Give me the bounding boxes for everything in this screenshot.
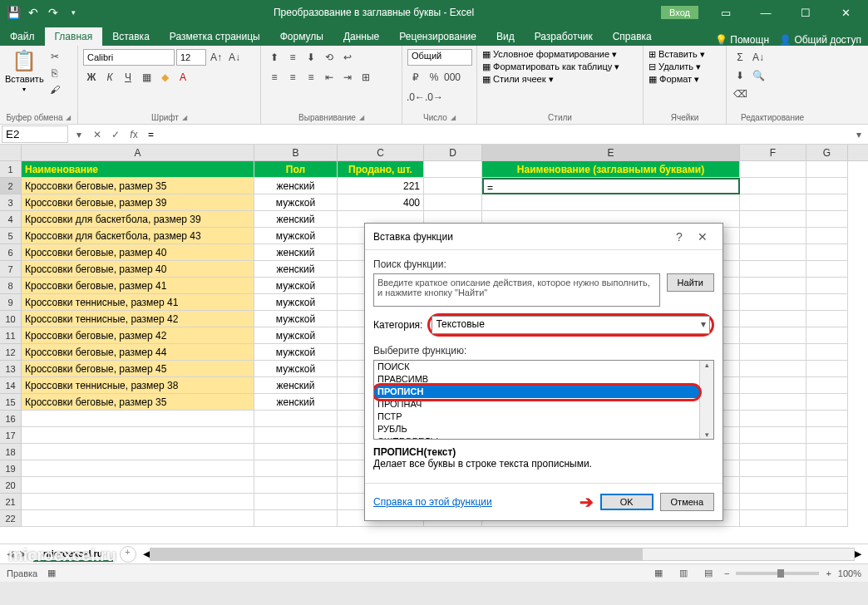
cell-B14[interactable]: женский <box>254 377 338 394</box>
cell-G11[interactable] <box>806 327 848 344</box>
cell-D1[interactable] <box>424 161 482 178</box>
cell-G1[interactable] <box>806 161 848 178</box>
cell-A22[interactable] <box>22 510 254 527</box>
row-header[interactable]: 20 <box>0 477 22 494</box>
search-input[interactable]: Введите краткое описание действия, котор… <box>373 273 660 307</box>
cell-F19[interactable] <box>740 460 806 477</box>
hscroll-left-icon[interactable]: ◀ <box>143 548 150 559</box>
cell-F9[interactable] <box>740 294 806 311</box>
cell-F12[interactable] <box>740 344 806 361</box>
minimize-icon[interactable]: — <box>747 0 785 25</box>
row-header[interactable]: 2 <box>0 178 22 194</box>
cell-G10[interactable] <box>806 311 848 327</box>
cell-F3[interactable] <box>740 194 806 211</box>
cancel-formula-icon[interactable]: ✕ <box>88 129 106 140</box>
bold-icon[interactable]: Ж <box>83 69 100 86</box>
qat-more-icon[interactable]: ▾ <box>67 6 80 19</box>
cell-B22[interactable] <box>254 510 338 527</box>
tab-developer[interactable]: Разработчик <box>525 27 603 46</box>
row-header[interactable]: 7 <box>0 261 22 278</box>
italic-icon[interactable]: К <box>101 69 118 86</box>
cell-A13[interactable]: Кроссовки беговые, размер 45 <box>22 361 254 377</box>
save-icon[interactable]: 💾 <box>7 6 20 19</box>
cell-A5[interactable]: Кроссовки для баскетбола, размер 43 <box>22 228 254 244</box>
cell-A10[interactable]: Кроссовки теннисные, размер 42 <box>22 311 254 327</box>
font-launcher-icon[interactable]: ◢ <box>182 114 187 121</box>
col-header-c[interactable]: C <box>338 145 424 160</box>
merge-icon[interactable]: ⊞ <box>358 69 374 86</box>
expand-formula-icon[interactable]: ▾ <box>850 129 868 140</box>
cell-E3[interactable] <box>482 194 740 211</box>
cell-D2[interactable] <box>424 178 482 194</box>
cell-A17[interactable] <box>22 427 254 444</box>
cell-F4[interactable] <box>740 211 806 228</box>
dialog-close-icon[interactable]: ✕ <box>691 230 714 243</box>
cell-G8[interactable] <box>806 278 848 294</box>
cell-A8[interactable]: Кроссовки беговые, размер 41 <box>22 278 254 294</box>
view-normal-icon[interactable]: ▦ <box>649 568 668 578</box>
cell-F5[interactable] <box>740 228 806 244</box>
cell-B10[interactable]: мужской <box>254 311 338 327</box>
cell-B4[interactable]: женский <box>254 211 338 228</box>
col-header-d[interactable]: D <box>424 145 482 160</box>
ok-button[interactable]: OK <box>600 494 653 510</box>
cell-A2[interactable]: Кроссовки беговые, размер 35 <box>22 178 254 194</box>
col-header-e[interactable]: E <box>482 145 740 160</box>
font-color-icon[interactable]: A <box>175 69 191 86</box>
cell-F13[interactable] <box>740 361 806 377</box>
align-left-icon[interactable]: ≡ <box>266 69 283 86</box>
list-scrollbar[interactable] <box>699 361 713 439</box>
cell-B7[interactable]: женский <box>254 261 338 278</box>
function-list-item[interactable]: РУБЛЬ <box>374 423 713 435</box>
cell-F10[interactable] <box>740 311 806 327</box>
row-header[interactable]: 5 <box>0 228 22 244</box>
tab-review[interactable]: Рецензирование <box>389 27 486 46</box>
align-launcher-icon[interactable]: ◢ <box>359 114 364 121</box>
comma-icon[interactable]: 000 <box>444 69 461 86</box>
cell-F1[interactable] <box>740 161 806 178</box>
fill-color-icon[interactable]: ◆ <box>156 69 173 86</box>
align-right-icon[interactable]: ≡ <box>303 69 319 86</box>
cell-G7[interactable] <box>806 261 848 278</box>
align-top-icon[interactable]: ⬆ <box>266 49 283 66</box>
cell-G6[interactable] <box>806 244 848 261</box>
clipboard-launcher-icon[interactable]: ◢ <box>66 114 71 121</box>
cell-B8[interactable]: мужской <box>254 278 338 294</box>
format-table-button[interactable]: ▦ Форматировать как таблицу ▾ <box>482 61 619 72</box>
cell-A19[interactable] <box>22 460 254 477</box>
row-header[interactable]: 15 <box>0 394 22 411</box>
cell-F11[interactable] <box>740 327 806 344</box>
zoom-slider[interactable] <box>736 572 819 575</box>
increase-indent-icon[interactable]: ⇥ <box>339 69 356 86</box>
zoom-in-icon[interactable]: + <box>826 568 831 578</box>
function-list-item[interactable]: ПРОПНАЧ <box>374 398 713 411</box>
number-format-select[interactable]: Общий <box>407 49 472 66</box>
undo-icon[interactable]: ↶ <box>27 6 40 19</box>
autosum-icon[interactable]: Σ <box>732 49 748 66</box>
row-header[interactable]: 13 <box>0 361 22 377</box>
cell-B16[interactable] <box>254 411 338 427</box>
cell-G4[interactable] <box>806 211 848 228</box>
find-button[interactable]: Найти <box>667 273 714 292</box>
currency-icon[interactable]: ₽ <box>407 69 424 86</box>
row-header[interactable]: 16 <box>0 411 22 427</box>
cell-G22[interactable] <box>806 510 848 527</box>
fx-icon[interactable]: fx <box>125 129 143 140</box>
cell-C3[interactable]: 400 <box>338 194 424 211</box>
zoom-out-icon[interactable]: − <box>724 568 729 578</box>
cell-B11[interactable]: мужской <box>254 327 338 344</box>
cell-A1[interactable]: Наименование <box>22 161 254 178</box>
row-header[interactable]: 9 <box>0 294 22 311</box>
increase-decimal-icon[interactable]: .0← <box>407 89 424 106</box>
cell-G15[interactable] <box>806 394 848 411</box>
tab-home[interactable]: Главная <box>45 27 103 46</box>
select-all-corner[interactable] <box>0 145 22 160</box>
align-middle-icon[interactable]: ≡ <box>284 49 301 66</box>
cell-B2[interactable]: женский <box>254 178 338 194</box>
cell-B5[interactable]: мужской <box>254 228 338 244</box>
cell-B13[interactable]: мужской <box>254 361 338 377</box>
macro-record-icon[interactable]: ▦ <box>47 568 56 578</box>
align-center-icon[interactable]: ≡ <box>284 69 301 86</box>
cell-G2[interactable] <box>806 178 848 194</box>
function-list-item[interactable]: ПОИСК <box>374 361 713 373</box>
